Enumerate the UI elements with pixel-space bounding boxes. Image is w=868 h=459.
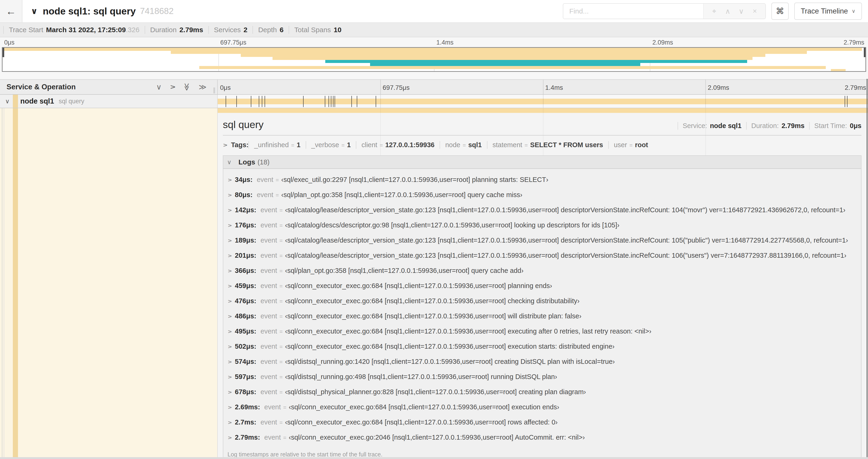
log-entry[interactable]: ∨ 2.69ms: event = ‹sql/conn_executor_exe… (227, 403, 859, 411)
chevron-right-icon[interactable]: ∨ (226, 193, 233, 197)
log-timestamp: 189μs: (235, 236, 256, 244)
log-entry[interactable]: ∨ 2.7ms: event = ‹sql/conn_executor_exec… (227, 418, 859, 426)
chevron-right-icon[interactable]: ∨ (226, 360, 233, 364)
locate-icon[interactable]: ⌖ (708, 7, 721, 15)
chevron-right-icon[interactable]: ∨ (226, 421, 233, 425)
log-event-tick (376, 96, 376, 107)
log-entry[interactable]: ∨ 486μs: event = ‹sql/conn_executor_exec… (227, 312, 859, 320)
tags-row[interactable]: ∨ Tags: _unfinished = 1 _verbose (223, 141, 862, 149)
collapse-deep-icon[interactable]: ≫ (183, 83, 191, 91)
log-entry[interactable]: ∨ 574μs: event = ‹sql/distsql_running.go… (227, 358, 859, 365)
summary-item: Total Spans 10 (289, 26, 346, 34)
equals-sign: = (283, 434, 286, 441)
log-entry[interactable]: ∨ 502μs: event = ‹sql/conn_executor_exec… (227, 342, 859, 350)
chevron-right-icon[interactable]: ∨ (226, 345, 233, 349)
keyboard-shortcuts-button[interactable]: ⌘ (771, 3, 789, 20)
back-button[interactable]: ← (0, 0, 22, 22)
chevron-right-icon[interactable]: ∨ (226, 436, 233, 440)
summary-label: Total Spans (294, 26, 331, 34)
chevron-right-icon[interactable]: ∨ (226, 299, 233, 303)
expand-all-icon[interactable]: ≫ (199, 83, 207, 91)
log-entry[interactable]: ∨ 201μs: event = ‹sql/catalog/lease/desc… (227, 252, 859, 259)
find-input[interactable] (563, 4, 703, 19)
chevron-down-icon[interactable]: ∨ (5, 98, 9, 105)
log-timestamp: 34μs: (235, 176, 253, 184)
log-field-value: ‹sql/conn_executor_exec.go:684 [nsql1,cl… (289, 403, 559, 411)
summary-label: Depth (258, 26, 277, 34)
chevron-right-icon[interactable]: ∨ (226, 239, 233, 243)
log-field-key: event (260, 312, 277, 320)
chevron-right-icon[interactable]: ∨ (226, 315, 233, 319)
logs-header[interactable]: ∨ Logs (18) (223, 156, 861, 169)
log-entry[interactable]: ∨ 34μs: event = ‹sql/exec_util.go:2297 [… (227, 176, 859, 184)
log-event-tick (226, 96, 226, 107)
chevron-right-icon[interactable]: ∨ (226, 254, 233, 258)
span-row[interactable]: ∨ node sql1 sql query (0, 95, 868, 108)
collapse-all-icon[interactable]: ∨ (156, 83, 161, 91)
chevron-right-icon[interactable]: ∨ (226, 405, 233, 409)
log-entry[interactable]: ∨ 176μs: event = ‹sql/catalog/descs/desc… (227, 221, 859, 229)
meta-label: Start Time: (814, 122, 847, 130)
chevron-right-icon[interactable]: ∨ (226, 390, 233, 394)
span-row-name-cell[interactable]: ∨ node sql1 sql query (0, 95, 218, 108)
summary-item: Trace Start March 31 2022, 17:25:09.326 (3, 26, 145, 34)
tags-label: Tags: (231, 141, 248, 149)
expand-one-level-icon[interactable]: ∨ (168, 84, 176, 90)
span-row-bar-cell[interactable] (218, 95, 868, 108)
minimap-canvas[interactable] (2, 47, 866, 72)
chevron-right-icon[interactable]: ∨ (226, 223, 233, 228)
log-entry[interactable]: ∨ 495μs: event = ‹sql/conn_executor_exec… (227, 327, 859, 335)
chevron-right-icon[interactable]: ∨ (226, 208, 233, 212)
log-entry[interactable]: ∨ 678μs: event = ‹sql/distsql_physical_p… (227, 388, 859, 396)
tag-value: sql1 (468, 141, 482, 149)
previous-result-icon[interactable]: ∧ (721, 7, 735, 15)
log-entry[interactable]: ∨ 459μs: event = ‹sql/conn_executor_exec… (227, 282, 859, 290)
log-event-tick (333, 96, 334, 107)
chevron-right-icon[interactable]: ∨ (226, 269, 233, 273)
equals-sign: = (279, 389, 283, 396)
minimap-ruler: 0μs697.75μs1.4ms2.09ms2.79ms (2, 37, 866, 47)
log-entry[interactable]: ∨ 2.79ms: event = ‹sql/conn_executor_exe… (227, 434, 859, 441)
chevron-right-icon[interactable]: ∨ (226, 178, 233, 182)
collapse-trace-header-icon[interactable]: ∨ (31, 6, 37, 16)
clear-search-icon[interactable]: × (748, 7, 762, 15)
minimap-right-scrub-handle[interactable] (864, 48, 865, 57)
tag-value: 1 (297, 141, 301, 149)
minimap-left-scrub-handle[interactable] (3, 48, 4, 57)
grid-line (705, 95, 706, 108)
log-event-tick (357, 96, 357, 107)
log-field-value: ‹sql/conn_executor_exec.go:684 [nsql1,cl… (285, 297, 579, 305)
next-result-icon[interactable]: ∨ (735, 7, 748, 15)
meta-value: 2.79ms (781, 122, 804, 130)
log-entry[interactable]: ∨ 366μs: event = ‹sql/plan_opt.go:358 [n… (227, 267, 859, 274)
tag-item: node = sql1 (440, 141, 487, 149)
summary-value: 10 (334, 26, 341, 34)
log-event-tick (259, 96, 259, 107)
log-field-value: ‹sql/distsql_running.go:1420 [nsql1,clie… (285, 358, 615, 365)
equals-sign: = (276, 177, 279, 183)
view-selector-label: Trace Timeline (801, 7, 848, 15)
equals-sign: = (279, 374, 283, 381)
log-entry[interactable]: ∨ 80μs: event = ‹sql/plan_opt.go:358 [ns… (227, 191, 859, 199)
chevron-right-icon[interactable]: ∨ (221, 143, 229, 147)
log-entry[interactable]: ∨ 476μs: event = ‹sql/conn_executor_exec… (227, 297, 859, 305)
chevron-right-icon[interactable]: ∨ (226, 330, 233, 334)
log-field-value: ‹sql/plan_opt.go:358 [nsql1,client=127.0… (281, 191, 522, 199)
command-icon: ⌘ (776, 6, 784, 16)
view-selector-button[interactable]: Trace Timeline ∨ (794, 3, 862, 20)
chevron-right-icon[interactable]: ∨ (226, 284, 233, 288)
log-entry[interactable]: ∨ 189μs: event = ‹sql/catalog/lease/desc… (227, 236, 859, 244)
log-field-value: ‹sql/catalog/descs/descriptor.go:98 [nsq… (285, 221, 619, 229)
minimap-span-bar (370, 63, 640, 66)
minimap-span-bar (4, 48, 862, 51)
summary-value: 2.79ms (180, 26, 203, 34)
column-resize-grip[interactable]: ∥ (213, 87, 216, 94)
chevron-right-icon[interactable]: ∨ (226, 375, 233, 379)
log-field-value: ‹sql/catalog/lease/descriptor_version_st… (285, 236, 848, 244)
log-timestamp: 597μs: (235, 373, 256, 381)
trace-timeline-page: ← ∨ node sql1: sql query 7418682 ⌖ ∧ ∨ ×… (0, 0, 868, 459)
span-detail-title: sql query (223, 119, 678, 130)
log-field-key: event (260, 236, 277, 244)
log-entry[interactable]: ∨ 597μs: event = ‹sql/distsql_running.go… (227, 373, 859, 381)
log-entry[interactable]: ∨ 142μs: event = ‹sql/catalog/lease/desc… (227, 206, 859, 214)
